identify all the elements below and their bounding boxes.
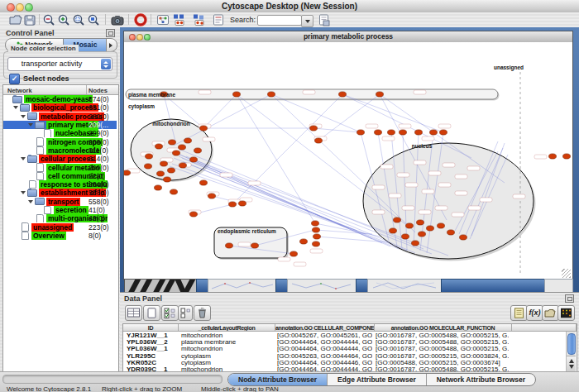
network-node[interactable] [460, 235, 467, 240]
network-node[interactable] [233, 92, 241, 97]
zoom-out-icon[interactable] [41, 13, 56, 26]
network-node[interactable] [170, 189, 178, 194]
close-window-button[interactable] [7, 3, 15, 12]
tree-row[interactable]: nitrogen compo209(0) [3, 137, 117, 146]
network-node[interactable] [208, 194, 216, 198]
float-panel-icon[interactable] [565, 294, 574, 303]
expander-icon[interactable] [21, 112, 27, 121]
network-node[interactable] [179, 163, 187, 168]
zoom-window-button[interactable] [25, 3, 33, 12]
select-nodes-checkbox[interactable]: ✓ [9, 74, 20, 84]
tree-row[interactable]: cellular process614(0) [3, 155, 117, 163]
network-node[interactable] [313, 241, 320, 246]
network-node[interactable] [415, 130, 423, 135]
network-node[interactable] [394, 218, 401, 222]
tree-row[interactable]: cellular metabo209(0) [3, 163, 117, 171]
background-window-fragment[interactable] [208, 279, 277, 293]
network-node[interactable] [168, 168, 175, 173]
new-attribute-icon[interactable] [143, 305, 160, 321]
network-node[interactable] [312, 221, 319, 226]
inner-close-button[interactable] [129, 34, 136, 41]
network-node[interactable] [549, 154, 557, 159]
background-window-fragment[interactable] [441, 279, 546, 293]
table-header-row[interactable]: ID _cellularLayoutRegion annotation.GO C… [123, 324, 577, 332]
network-node[interactable] [427, 226, 434, 231]
network-node[interactable] [406, 223, 414, 228]
network-node[interactable] [339, 92, 347, 97]
network-node[interactable] [376, 92, 384, 97]
network-node[interactable] [200, 126, 208, 131]
network-node[interactable] [438, 223, 445, 228]
network-node[interactable] [412, 241, 419, 246]
resize-grip-icon[interactable] [562, 269, 571, 278]
apply-layout-1-icon[interactable] [171, 13, 186, 26]
network-node[interactable] [145, 164, 152, 169]
delete-attribute-icon[interactable] [194, 305, 211, 321]
network-node[interactable] [160, 161, 168, 166]
network-node[interactable] [417, 220, 424, 225]
network-node[interactable] [179, 145, 186, 150]
attribute-matrix-icon[interactable] [557, 305, 575, 321]
zoom-selected-region-icon[interactable] [71, 13, 86, 26]
scroll-down-icon[interactable] [569, 365, 574, 369]
network-node[interactable] [194, 148, 202, 153]
network-node[interactable] [290, 251, 298, 256]
network-node[interactable] [390, 228, 397, 233]
network-node[interactable] [563, 154, 571, 159]
background-window-fragment[interactable] [544, 279, 573, 293]
search-input[interactable] [257, 15, 302, 26]
network-node[interactable] [184, 138, 192, 143]
network-node[interactable] [190, 212, 198, 217]
expander-icon[interactable] [13, 103, 20, 112]
network-node[interactable] [251, 243, 259, 248]
tree-row[interactable]: mosaic-demo-yeast874(0) [3, 95, 117, 103]
tree-row[interactable]: unassigned223(0) [3, 222, 117, 231]
tree-row[interactable]: nucleobase-209(0) [3, 129, 117, 137]
tree-row[interactable]: primary metab209(... [3, 121, 117, 129]
network-node[interactable] [402, 234, 409, 239]
tree-row[interactable]: biological_process651(0) [3, 103, 117, 112]
node-color-dropdown[interactable]: transporter activity [7, 57, 112, 71]
network-node[interactable] [315, 138, 323, 143]
search-dropdown-arrow[interactable] [301, 15, 313, 27]
network-canvas[interactable]: plasma membranecytoplasmmitochondrionnuc… [124, 42, 572, 280]
network-node[interactable] [375, 130, 382, 135]
network-node[interactable] [268, 92, 275, 97]
network-node[interactable] [388, 130, 395, 135]
tab-overflow-arrow[interactable] [106, 38, 117, 52]
tree-row[interactable]: response to stimulu264(0) [3, 180, 117, 189]
network-node[interactable] [300, 239, 308, 244]
attribute-table-icon[interactable] [125, 305, 142, 321]
network-node[interactable] [313, 227, 320, 232]
zoom-in-icon[interactable] [56, 13, 71, 26]
apply-layout-2-icon[interactable] [191, 13, 206, 26]
network-node[interactable] [155, 185, 162, 190]
save-attributes-icon[interactable] [317, 13, 332, 26]
network-node[interactable] [226, 243, 233, 248]
network-node[interactable] [190, 157, 198, 162]
network-node[interactable] [440, 130, 447, 135]
network-node[interactable] [229, 202, 237, 207]
snapshot-camera-icon[interactable] [110, 13, 125, 26]
network-node[interactable] [157, 171, 165, 176]
background-window-fragment[interactable] [124, 279, 197, 293]
background-window-fragment[interactable] [367, 279, 443, 293]
background-window-fragment[interactable] [287, 279, 357, 293]
network-node[interactable] [313, 234, 321, 239]
scrollbar-thumb[interactable] [567, 333, 576, 355]
unselect-attributes-icon[interactable] [178, 305, 193, 321]
tree-row[interactable]: multi-organism pro42(0) [3, 214, 117, 222]
expander-icon[interactable] [21, 189, 27, 197]
function-builder-icon[interactable]: f(x) [526, 305, 543, 321]
annotation-icon[interactable] [211, 13, 226, 26]
network-node[interactable] [164, 177, 171, 182]
network-node[interactable] [169, 140, 176, 145]
save-session-icon[interactable] [22, 13, 37, 26]
tab-edge-attribute-browser[interactable]: Edge Attribute Browser [328, 374, 427, 385]
tree-row[interactable]: transport558(0) [3, 198, 117, 206]
tab-network-attribute-browser[interactable]: Network Attribute Browser [427, 374, 535, 385]
attribute-notes-icon[interactable] [510, 305, 528, 321]
network-node[interactable] [146, 154, 153, 159]
network-node[interactable] [400, 130, 407, 135]
inner-minimize-button[interactable] [136, 34, 143, 41]
